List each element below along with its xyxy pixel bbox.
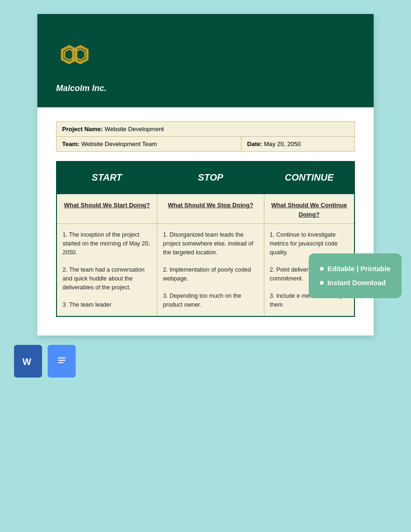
document-body: Project Name: Website Development Team: …: [37, 107, 374, 336]
content-start: 1. The inception of the project started …: [57, 224, 157, 316]
subtitle-stop: What Should We Stop Doing?: [157, 194, 264, 224]
company-logo: [56, 42, 93, 80]
team-label: Team:: [62, 140, 79, 147]
docs-icon[interactable]: [48, 345, 76, 378]
watermark-text2: Instant Download: [327, 276, 386, 290]
info-table: Project Name: Website Development Team: …: [56, 121, 355, 152]
project-label: Project Name:: [62, 126, 103, 133]
watermark-line2: Instant Download: [320, 276, 390, 290]
svg-text:W: W: [22, 357, 31, 367]
header-row: START STOP CONTINUE: [57, 161, 354, 194]
docs-logo-icon: [53, 353, 70, 370]
col-header-stop: STOP: [157, 161, 264, 194]
watermark-text1: Editable | Printable: [327, 262, 390, 276]
word-icon[interactable]: W: [14, 345, 42, 378]
company-name: Malcolm Inc.: [56, 84, 106, 93]
date-value: May 20, 2050: [264, 140, 301, 147]
subtitle-continue: What Should We Continue Doing?: [264, 194, 354, 224]
date-cell: Date: May 20, 2050: [241, 137, 355, 152]
svg-rect-9: [58, 362, 64, 363]
svg-rect-6: [55, 355, 68, 368]
bottom-icons: W: [9, 345, 76, 378]
watermark-line1: Editable | Printable: [320, 262, 390, 276]
project-cell: Project Name: Website Development: [57, 122, 355, 137]
date-label: Date:: [247, 140, 262, 147]
dot-icon-2: [320, 281, 324, 285]
dot-icon: [320, 267, 324, 271]
col-header-continue: CONTINUE: [264, 161, 354, 194]
logo-area: Malcolm Inc.: [56, 42, 355, 93]
team-cell: Team: Website Development Team: [57, 137, 241, 152]
project-row: Project Name: Website Development: [57, 122, 355, 137]
subtitle-row: What Should We Start Doing? What Should …: [57, 194, 354, 224]
svg-rect-8: [58, 360, 65, 361]
watermark-badge: Editable | Printable Instant Download: [309, 253, 402, 298]
team-value: Website Development Team: [81, 140, 157, 147]
project-value: Website Development: [105, 126, 164, 133]
subtitle-start: What Should We Start Doing?: [57, 194, 157, 224]
document-header: Malcolm Inc.: [37, 14, 374, 107]
word-logo-icon: W: [20, 353, 36, 370]
content-stop: 1. Disorganized team leads the project s…: [157, 224, 264, 316]
col-header-start: START: [57, 161, 157, 194]
team-date-row: Team: Website Development Team Date: May…: [57, 137, 355, 152]
svg-rect-7: [58, 357, 65, 358]
